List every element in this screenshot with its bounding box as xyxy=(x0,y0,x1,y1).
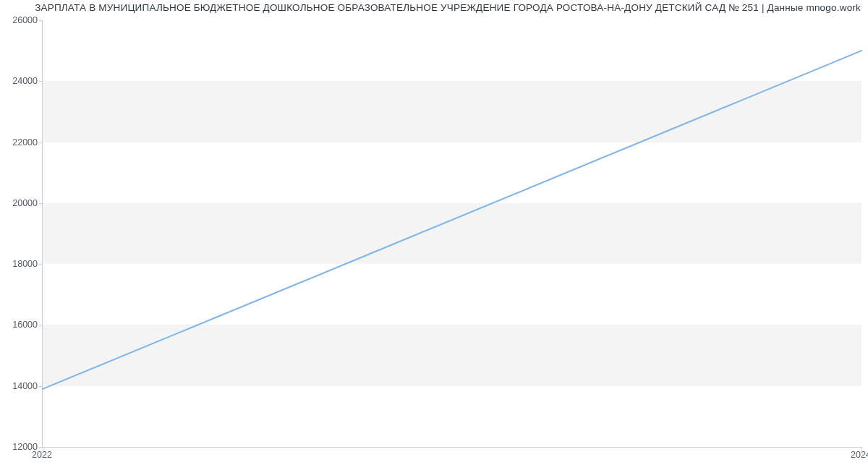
y-tick-label: 14000 xyxy=(4,381,38,391)
y-tick-label: 22000 xyxy=(4,137,38,148)
y-tick-mark xyxy=(39,386,43,387)
y-tick-label: 24000 xyxy=(4,76,38,86)
y-tick-mark xyxy=(39,203,43,204)
y-tick-label: 26000 xyxy=(4,15,38,25)
y-tick-mark xyxy=(39,325,43,325)
chart-title: ЗАРПЛАТА В МУНИЦИПАЛЬНОЕ БЮДЖЕТНОЕ ДОШКО… xyxy=(7,2,861,13)
y-tick-label: 16000 xyxy=(4,320,38,330)
x-tick-label: 2022 xyxy=(32,450,52,460)
x-tick-label: 2024 xyxy=(851,450,868,460)
y-tick-label: 20000 xyxy=(4,198,38,208)
line-layer xyxy=(43,20,861,447)
y-tick-mark xyxy=(39,20,43,21)
y-tick-label: 18000 xyxy=(4,259,38,269)
chart-container: ЗАРПЛАТА В МУНИЦИПАЛЬНОЕ БЮДЖЕТНОЕ ДОШКО… xyxy=(0,0,868,470)
plot-area xyxy=(42,20,861,448)
y-tick-mark xyxy=(39,142,43,143)
y-tick-mark xyxy=(39,81,43,82)
data-line xyxy=(43,51,861,389)
y-tick-mark xyxy=(39,264,43,265)
